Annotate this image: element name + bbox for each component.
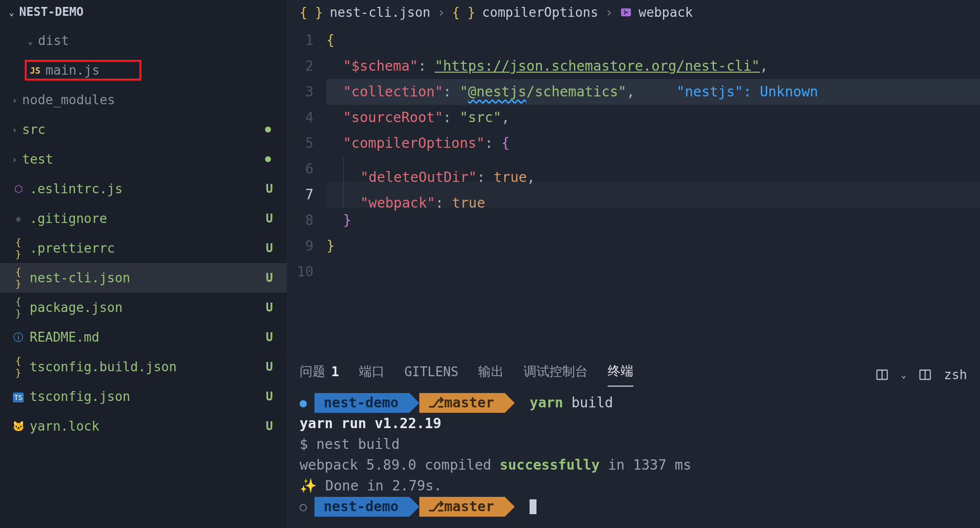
tab-label: 端口 [359,363,385,380]
json-icon: { } [12,355,25,379]
tab-terminal[interactable]: 终端 [608,362,633,387]
line-number: 4 [287,105,313,131]
folder-label: test [22,152,260,167]
info-icon: ⓘ [12,331,25,344]
tab-ports[interactable]: 端口 [359,363,385,386]
chevron-down-icon[interactable]: ⌄ [901,369,906,380]
file-label: README.md [30,330,261,345]
folder-test[interactable]: › test [0,144,287,174]
file-gitignore[interactable]: ◈ .gitignore U [0,204,287,233]
tab-output[interactable]: 输出 [478,363,504,386]
file-label: tsconfig.json [30,389,261,404]
line-number: 3 [287,79,313,105]
folder-node-modules[interactable]: › node_modules [0,85,287,115]
terminal-line: yarn run v1.22.19 [300,413,967,434]
file-prettierrc[interactable]: { } .prettierrc U [0,233,287,263]
file-main-js[interactable]: JS main.js [0,55,287,85]
tab-gitlens[interactable]: GITLENS [404,364,459,385]
json-icon: { } [12,266,25,290]
file-label: .gitignore [30,211,261,226]
chevron-right-icon: › [437,5,445,20]
file-explorer-sidebar: ⌄ NEST-DEMO ⌄ dist JS main.js › node_mod [0,0,287,528]
chevron-right-icon: › [12,154,17,165]
chevron-right-icon: › [12,125,17,135]
chevron-down-icon: ⌄ [9,7,14,17]
git-status: U [266,212,273,225]
chevron-right-icon: › [605,5,613,20]
file-tsconfig-build[interactable]: { } tsconfig.build.json U [0,352,287,382]
split-terminal-icon[interactable] [918,368,932,382]
project-name: NEST-DEMO [19,5,84,19]
json-icon: { } [12,236,25,260]
file-label: tsconfig.build.json [30,359,261,374]
tab-label: 问题 [300,363,325,380]
git-status: U [266,301,273,314]
editor-area: { } nest-cli.json › { } compilerOptions … [287,0,980,528]
git-status: U [266,419,273,433]
breadcrumb-part[interactable]: nest-cli.json [330,5,431,20]
git-status: U [266,390,273,403]
prompt-row: ● nest-demo ⎇ master yarn build [300,393,967,413]
problems-count: 1 [331,364,339,379]
line-number: 5 [287,131,313,156]
breadcrumb-part[interactable]: webpack [639,5,693,20]
modified-dot-icon [265,127,271,132]
folder-label: node_modules [22,92,282,107]
cmd-arg: build [572,395,613,411]
terminal-line: webpack 5.89.0 compiled successfully in … [300,455,967,476]
file-eslintrc[interactable]: ⬡ .eslintrc.js U [0,174,287,204]
eslint-icon: ⬡ [12,183,25,195]
prompt-branch: ⎇ master [419,497,505,517]
cmd-tool: yarn [530,395,563,411]
breadcrumb-part[interactable]: compilerOptions [482,5,598,20]
json-icon: { } [12,296,25,319]
modified-dot-icon [265,156,271,162]
ts-icon: TS [12,391,25,402]
terminal-line: ✨ Done in 2.79s. [300,476,967,496]
line-number: 7 [287,182,313,208]
inline-hint-val: Unknown [760,84,818,100]
breadcrumb[interactable]: { } nest-cli.json › { } compilerOptions … [287,0,980,25]
project-header[interactable]: ⌄ NEST-DEMO [0,0,287,24]
folder-dist[interactable]: ⌄ dist [0,26,287,55]
line-number: 10 [287,259,313,285]
code-content[interactable]: { "$schema": "https://json.schemastore.o… [326,28,980,355]
bottom-panel: 问题 1 端口 GITLENS 输出 调试控制台 终端 ⌄ zsh [287,355,980,528]
terminal[interactable]: ● nest-demo ⎇ master yarn build yarn run… [287,387,980,528]
file-yarn-lock[interactable]: 🐱 yarn.lock U [0,411,287,441]
prompt-dir: nest-demo [314,497,409,517]
file-label: .eslintrc.js [30,181,261,196]
tab-label: 终端 [608,362,633,380]
line-number: 8 [287,208,313,233]
prompt-row: ○ nest-demo ⎇ master [300,496,967,517]
file-label: main.js [45,63,100,78]
file-readme[interactable]: ⓘ README.md U [0,322,287,352]
tab-label: 调试控制台 [524,363,588,380]
inline-hint: "nestjs" [676,84,743,100]
folder-label: dist [38,33,282,48]
line-gutter: 1 2 3 4 5 6 7 8 9 10 [287,28,326,355]
yarn-icon: 🐱 [12,420,25,432]
terminal-cursor [530,499,536,514]
line-number: 1 [287,28,313,53]
file-tsconfig[interactable]: TS tsconfig.json U [0,382,287,411]
tab-debug-console[interactable]: 调试控制台 [524,363,588,386]
file-nest-cli-json[interactable]: { } nest-cli.json U [0,263,287,293]
shell-name[interactable]: zsh [944,367,967,382]
git-status: U [266,182,273,196]
tab-problems[interactable]: 问题 1 [300,363,339,386]
prompt-dir: nest-demo [314,393,409,413]
bullet-icon: ● [300,393,307,413]
tab-label: 输出 [478,363,504,380]
line-number: 2 [287,53,313,79]
panel-tabs: 问题 1 端口 GITLENS 输出 调试控制台 终端 ⌄ zsh [287,355,980,387]
file-label: package.json [30,300,261,315]
terminal-line: $ nest build [300,434,967,455]
js-icon: JS [29,65,42,76]
split-editor-right-icon[interactable] [875,368,889,382]
file-label: nest-cli.json [30,270,261,285]
code-editor[interactable]: 1 2 3 4 5 6 7 8 9 10 { "$schema": "https… [287,25,980,355]
folder-src[interactable]: › src [0,115,287,144]
git-status: U [266,360,273,374]
file-package-json[interactable]: { } package.json U [0,293,287,322]
